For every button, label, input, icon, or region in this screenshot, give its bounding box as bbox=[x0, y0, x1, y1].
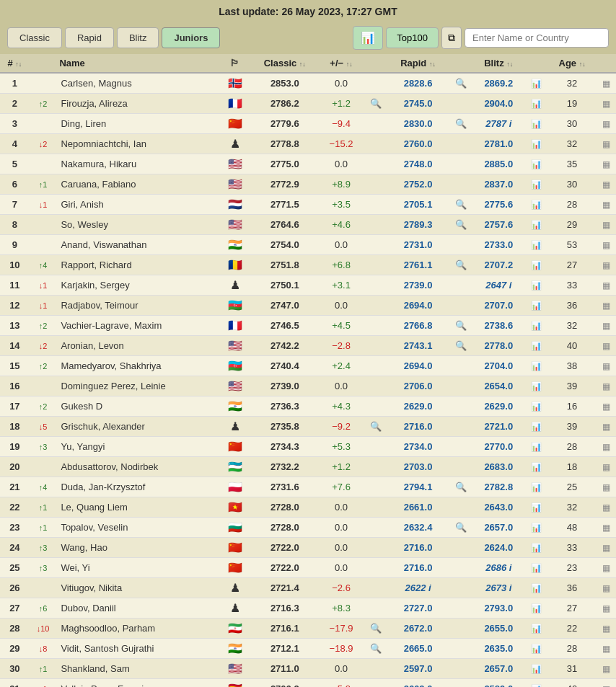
bar-chart-icon[interactable]: 📊 bbox=[531, 644, 542, 654]
grid-icon[interactable]: ▦ bbox=[602, 624, 610, 634]
bar-chart-icon[interactable]: 📊 bbox=[531, 301, 542, 311]
cell-grid[interactable]: ▦ bbox=[596, 396, 616, 417]
magnifier-rapid-icon[interactable]: 🔍 bbox=[455, 522, 467, 533]
grid-icon[interactable]: ▦ bbox=[602, 644, 610, 654]
bar-chart-icon[interactable]: 📊 bbox=[531, 684, 542, 687]
cell-bar[interactable]: 📊 bbox=[524, 639, 548, 659]
magnifier-rapid-icon[interactable]: 🔍 bbox=[455, 320, 467, 331]
magnifier-rapid-icon[interactable]: 🔍 bbox=[455, 340, 467, 351]
grid-icon[interactable]: ▦ bbox=[602, 482, 610, 492]
cell-grid[interactable]: ▦ bbox=[596, 619, 616, 639]
bar-chart-icon[interactable]: 📊 bbox=[531, 321, 542, 331]
cell-bar[interactable]: 📊 bbox=[524, 255, 548, 275]
cell-bar[interactable]: 📊 bbox=[524, 73, 548, 94]
grid-icon[interactable]: ▦ bbox=[602, 200, 610, 210]
bar-chart-icon[interactable]: 📊 bbox=[531, 341, 542, 351]
filter-button[interactable]: ⧉ bbox=[441, 27, 462, 49]
bar-chart-icon[interactable]: 📊 bbox=[531, 624, 542, 634]
bar-chart-icon[interactable]: 📊 bbox=[531, 502, 542, 513]
grid-icon[interactable]: ▦ bbox=[602, 280, 610, 291]
cell-bar[interactable]: 📊 bbox=[524, 518, 548, 538]
cell-bar[interactable]: 📊 bbox=[524, 296, 548, 316]
cell-grid[interactable]: ▦ bbox=[596, 215, 616, 235]
cell-bar[interactable]: 📊 bbox=[524, 598, 548, 619]
cell-grid[interactable]: ▦ bbox=[596, 235, 616, 255]
magnifier-classic-icon[interactable]: 🔍 bbox=[370, 623, 382, 634]
cell-mag-r[interactable]: 🔍 bbox=[448, 316, 473, 336]
cell-grid[interactable]: ▦ bbox=[596, 73, 616, 94]
cell-mag-r[interactable]: 🔍 bbox=[448, 518, 473, 538]
bar-chart-icon[interactable]: 📊 bbox=[531, 280, 542, 291]
cell-bar[interactable]: 📊 bbox=[524, 417, 548, 437]
cell-bar[interactable]: 📊 bbox=[524, 376, 548, 396]
cell-grid[interactable]: ▦ bbox=[596, 296, 616, 316]
cell-bar[interactable]: 📊 bbox=[524, 477, 548, 497]
cell-mag-r[interactable]: 🔍 bbox=[448, 195, 473, 215]
cell-bar[interactable]: 📊 bbox=[524, 336, 548, 356]
cell-grid[interactable]: ▦ bbox=[596, 275, 616, 296]
grid-icon[interactable]: ▦ bbox=[602, 240, 610, 250]
bar-chart-icon[interactable]: 📊 bbox=[531, 442, 542, 452]
grid-icon[interactable]: ▦ bbox=[602, 603, 610, 613]
grid-icon[interactable]: ▦ bbox=[602, 381, 610, 391]
bar-chart-icon[interactable]: 📊 bbox=[531, 79, 542, 89]
bar-chart-icon[interactable]: 📊 bbox=[531, 664, 542, 674]
cell-mag-c[interactable]: 🔍 bbox=[363, 94, 388, 114]
cell-grid[interactable]: ▦ bbox=[596, 538, 616, 558]
bar-chart-icon[interactable]: 📊 bbox=[531, 543, 542, 553]
magnifier-classic-icon[interactable]: 🔍 bbox=[370, 98, 382, 109]
cell-bar[interactable]: 📊 bbox=[524, 558, 548, 578]
tab-juniors[interactable]: Juniors bbox=[162, 27, 220, 48]
cell-bar[interactable]: 📊 bbox=[524, 538, 548, 558]
bar-chart-icon[interactable]: 📊 bbox=[531, 99, 542, 109]
cell-grid[interactable]: ▦ bbox=[596, 457, 616, 477]
bar-chart-icon[interactable]: 📊 bbox=[531, 462, 542, 472]
cell-grid[interactable]: ▦ bbox=[596, 255, 616, 275]
cell-bar[interactable]: 📊 bbox=[524, 316, 548, 336]
cell-grid[interactable]: ▦ bbox=[596, 639, 616, 659]
grid-icon[interactable]: ▦ bbox=[602, 139, 610, 149]
cell-bar[interactable]: 📊 bbox=[524, 437, 548, 457]
magnifier-rapid-icon[interactable]: 🔍 bbox=[455, 78, 467, 89]
cell-mag-r[interactable]: 🔍 bbox=[448, 477, 473, 497]
cell-grid[interactable]: ▦ bbox=[596, 679, 616, 688]
grid-icon[interactable]: ▦ bbox=[602, 563, 610, 573]
grid-icon[interactable]: ▦ bbox=[602, 361, 610, 371]
cell-grid[interactable]: ▦ bbox=[596, 94, 616, 114]
bar-chart-icon[interactable]: 📊 bbox=[531, 159, 542, 169]
grid-icon[interactable]: ▦ bbox=[602, 583, 610, 593]
cell-mag-r[interactable]: 🔍 bbox=[448, 336, 473, 356]
cell-grid[interactable]: ▦ bbox=[596, 497, 616, 518]
bar-chart-icon[interactable]: 📊 bbox=[531, 200, 542, 210]
cell-grid[interactable]: ▦ bbox=[596, 659, 616, 679]
cell-bar[interactable]: 📊 bbox=[524, 659, 548, 679]
cell-bar[interactable]: 📊 bbox=[524, 174, 548, 195]
top100-button[interactable]: Top100 bbox=[386, 27, 439, 48]
magnifier-rapid-icon[interactable]: 🔍 bbox=[455, 482, 467, 492]
bar-chart-icon[interactable]: 📊 bbox=[531, 260, 542, 270]
cell-mag-r[interactable]: 🔍 bbox=[448, 215, 473, 235]
tab-blitz[interactable]: Blitz bbox=[117, 27, 159, 48]
cell-grid[interactable]: ▦ bbox=[596, 114, 616, 134]
grid-icon[interactable]: ▦ bbox=[602, 99, 610, 109]
bar-chart-icon[interactable]: 📊 bbox=[531, 119, 542, 129]
grid-icon[interactable]: ▦ bbox=[602, 402, 610, 412]
cell-grid[interactable]: ▦ bbox=[596, 174, 616, 195]
bar-chart-icon[interactable]: 📊 bbox=[531, 139, 542, 149]
cell-bar[interactable]: 📊 bbox=[524, 94, 548, 114]
bar-chart-icon[interactable]: 📊 bbox=[531, 240, 542, 250]
grid-icon[interactable]: ▦ bbox=[602, 79, 610, 89]
cell-mag-c[interactable]: 🔍 bbox=[363, 417, 388, 437]
grid-icon[interactable]: ▦ bbox=[602, 341, 610, 351]
grid-icon[interactable]: ▦ bbox=[602, 260, 610, 270]
cell-grid[interactable]: ▦ bbox=[596, 417, 616, 437]
bar-chart-icon[interactable]: 📊 bbox=[531, 563, 542, 573]
grid-icon[interactable]: ▦ bbox=[602, 442, 610, 452]
grid-icon[interactable]: ▦ bbox=[602, 543, 610, 553]
cell-bar[interactable]: 📊 bbox=[524, 619, 548, 639]
cell-bar[interactable]: 📊 bbox=[524, 275, 548, 296]
cell-grid[interactable]: ▦ bbox=[596, 598, 616, 619]
grid-icon[interactable]: ▦ bbox=[602, 301, 610, 311]
cell-bar[interactable]: 📊 bbox=[524, 578, 548, 598]
cell-grid[interactable]: ▦ bbox=[596, 578, 616, 598]
